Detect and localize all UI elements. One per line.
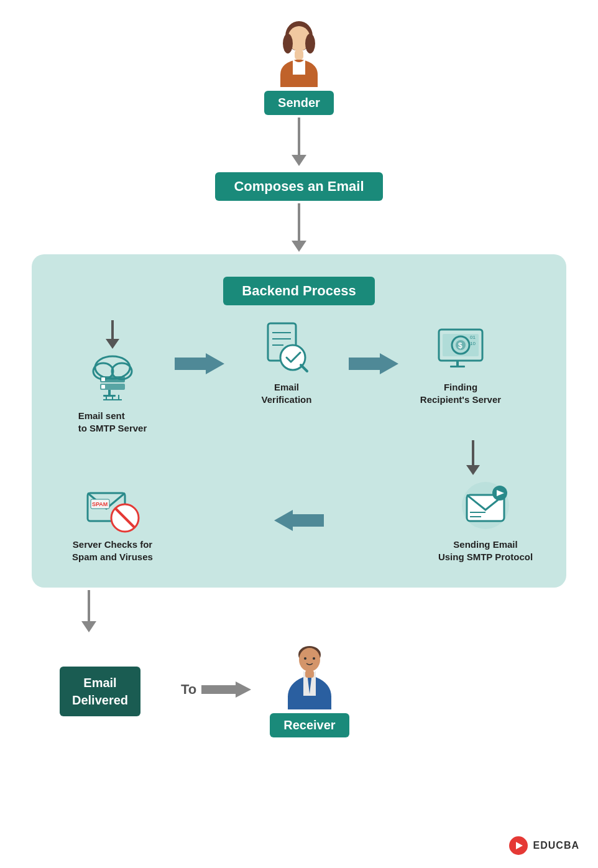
email-verification-icon (259, 320, 315, 376)
svg-marker-47 (201, 681, 251, 698)
svg-rect-11 (101, 385, 105, 389)
svg-marker-18 (175, 353, 224, 374)
svg-marker-40 (274, 510, 324, 531)
spam-check-item: SPAM Server Checks for Spam and Viruses (50, 478, 175, 563)
arrow-sender-to-compose (292, 118, 306, 166)
sending-smtp-item: Sending Email Using SMTP Protocol (423, 478, 548, 563)
svg-rect-9 (101, 377, 105, 381)
svg-text:$: $ (458, 341, 462, 350)
svg-rect-31 (456, 361, 459, 366)
svg-point-51 (313, 657, 315, 660)
receiver-icon (282, 641, 338, 709)
email-delivered-label: Email Delivered (60, 667, 140, 716)
svg-point-2 (283, 34, 293, 53)
educba-logo: EDUCBA (508, 836, 579, 856)
svg-line-24 (301, 365, 307, 371)
sender-icon (271, 19, 327, 87)
to-arrow-icon (201, 680, 251, 699)
svg-rect-54 (305, 670, 314, 678)
spam-label: Server Checks for Spam and Viruses (72, 538, 153, 563)
sender-section: Sender (264, 19, 334, 115)
smtp-label: Email sent to SMTP Server (78, 410, 147, 434)
svg-text:10: 10 (470, 341, 476, 346)
svg-rect-4 (295, 50, 303, 60)
receiver-label: Receiver (270, 713, 349, 737)
svg-point-3 (305, 34, 315, 53)
verification-label: Email Verification (262, 381, 312, 405)
svg-rect-32 (450, 366, 465, 367)
recipient-server-icon: $ 01 10 (433, 320, 489, 376)
backend-process-box: Backend Process (32, 254, 566, 588)
arrow-verify-to-recipient (349, 351, 398, 376)
arrow-spam-to-delivered (81, 590, 96, 632)
educba-logo-text: EDUCBA (533, 840, 579, 851)
sender-label: Sender (264, 91, 334, 115)
to-section: To (181, 680, 251, 699)
finding-recipient-item: $ 01 10 Finding Recipient's Server (398, 320, 523, 405)
backend-title: Backend Process (50, 273, 548, 305)
smtp-server-icon (85, 349, 140, 405)
backend-process-label: Backend Process (223, 277, 374, 305)
svg-rect-12 (108, 390, 111, 395)
svg-rect-53 (288, 696, 331, 709)
arrow-compose-to-backend (292, 203, 306, 252)
svg-text:SPAM: SPAM (92, 501, 108, 507)
spam-check-icon: SPAM (85, 478, 140, 533)
svg-point-49 (299, 648, 320, 672)
sending-smtp-icon (458, 478, 513, 533)
educba-logo-icon (508, 836, 528, 856)
receiver-section: Receiver (270, 641, 349, 737)
email-verification-item: Email Verification (224, 320, 349, 405)
email-delivered-section: Email Delivered (38, 663, 162, 716)
arrow-smtp-to-verify (175, 351, 224, 376)
composes-label: Composes an Email (215, 172, 382, 201)
to-label: To (181, 681, 196, 698)
svg-point-50 (304, 657, 306, 660)
svg-text:01: 01 (470, 335, 476, 340)
arrow-sending-to-spam (274, 508, 324, 533)
recipient-label: Finding Recipient's Server (420, 381, 501, 405)
svg-marker-25 (349, 353, 398, 374)
sending-smtp-label: Sending Email Using SMTP Protocol (438, 538, 533, 563)
svg-rect-13 (103, 395, 116, 397)
